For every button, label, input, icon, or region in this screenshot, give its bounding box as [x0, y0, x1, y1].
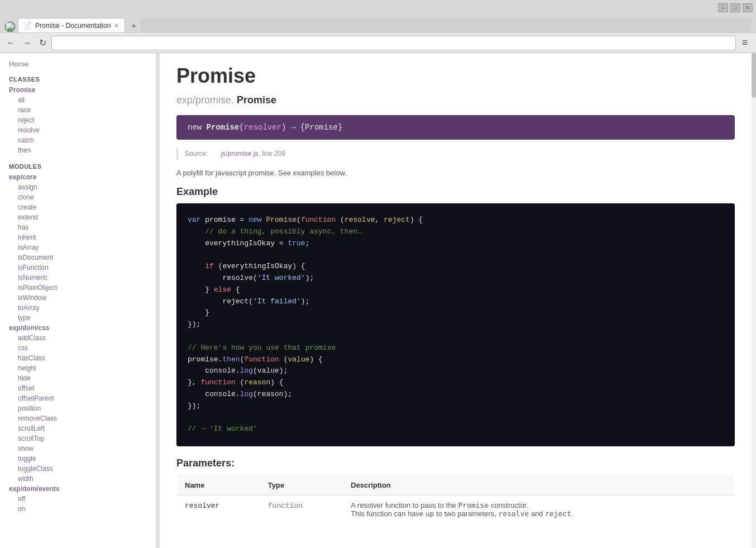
code-block: var promise = new Promise(function (reso…	[176, 203, 735, 446]
main-content: Promise exp/promise. Promise new Promise…	[160, 53, 752, 548]
sidebar-item-assign[interactable]: assign	[0, 182, 156, 192]
sidebar-item-then[interactable]: then	[0, 145, 156, 155]
sidebar-expcore-link[interactable]: exp/core	[0, 172, 156, 182]
sidebar-item-toggle[interactable]: toggle	[0, 454, 156, 464]
sidebar-item-catch[interactable]: catch	[0, 135, 156, 145]
col-type-header: Type	[260, 475, 343, 495]
sidebar-item-css[interactable]: css	[0, 343, 156, 353]
param-desc-code1: Promise	[458, 501, 489, 509]
params-table-body: resolver function A resolver function to…	[177, 495, 735, 524]
sidebar-item-race[interactable]: race	[0, 105, 156, 115]
refresh-button[interactable]: ↻	[36, 36, 49, 50]
window-controls: ─ □ ✕	[718, 3, 753, 12]
sidebar-item-create[interactable]: create	[0, 202, 156, 212]
sig-open-paren: (	[239, 123, 243, 132]
code-line-19: // → 'It worked'	[188, 423, 724, 435]
main-container: Home CLASSES Promise all race reject res…	[0, 53, 756, 548]
sidebar-item-isarray[interactable]: isArray	[0, 242, 156, 252]
sidebar-item-isdocument[interactable]: isDocument	[0, 252, 156, 263]
forward-button[interactable]: →	[20, 36, 34, 50]
close-button[interactable]: ✕	[743, 3, 753, 12]
sidebar-item-resolve[interactable]: resolve	[0, 125, 156, 135]
sig-close-paren: )	[281, 123, 286, 132]
minimize-button[interactable]: ─	[718, 3, 728, 12]
tab-label: Promise - Documentation	[35, 22, 111, 30]
sidebar-item-position[interactable]: position	[0, 403, 156, 413]
tab-area	[141, 18, 752, 32]
table-row: resolver function A resolver function to…	[177, 495, 735, 524]
sidebar-item-show[interactable]: show	[0, 444, 156, 454]
col-desc-header: Description	[343, 475, 734, 495]
signature-box: new Promise(resolver) → {Promise}	[176, 115, 735, 140]
sidebar-item-height[interactable]: height	[0, 363, 156, 373]
sidebar-item-isplainobject[interactable]: isPlainObject	[0, 283, 156, 293]
code-line-8: reject('It failed');	[188, 296, 724, 308]
subtitle-name: Promise	[237, 94, 276, 106]
address-input[interactable]	[51, 36, 736, 50]
sidebar-item-scrollleft[interactable]: scrollLeft	[0, 423, 156, 433]
sidebar-item-isfunction[interactable]: isFunction	[0, 263, 156, 273]
browser-avatar	[4, 21, 16, 32]
sidebar-item-inherit[interactable]: inherit	[0, 232, 156, 242]
new-tab-button[interactable]: +	[127, 20, 141, 32]
sig-param: resolver	[244, 123, 281, 132]
sidebar-item-off[interactable]: off	[0, 494, 156, 504]
code-line-1: var promise = new Promise(function (reso…	[188, 215, 724, 226]
param-desc-line2: This function can have up to two paramet…	[351, 509, 726, 518]
sidebar-item-width[interactable]: width	[0, 474, 156, 484]
content-scrollbar[interactable]	[752, 53, 756, 548]
params-heading: Parameters:	[176, 458, 735, 469]
source-separator: ,	[258, 150, 260, 158]
sidebar-item-removeclass[interactable]: removeClass	[0, 413, 156, 423]
sidebar-item-iswindow[interactable]: isWindow	[0, 293, 156, 303]
sidebar-item-toggleclass[interactable]: toggleClass	[0, 464, 156, 474]
sidebar-item-offset[interactable]: offset	[0, 383, 156, 393]
sidebar-expdomevents-link[interactable]: exp/dom/events	[0, 484, 156, 494]
maximize-button[interactable]: □	[730, 3, 740, 12]
sig-new-keyword: new	[188, 123, 207, 132]
sidebar-item-scrolltop[interactable]: scrollTop	[0, 433, 156, 444]
sidebar-home-link[interactable]: Home	[0, 59, 156, 69]
subtitle-prefix: exp/promise.	[176, 94, 234, 106]
browser-chrome: ─ □ ✕ 📄 Promise - Documentation × + ← → …	[0, 0, 756, 53]
subtitle: exp/promise. Promise	[176, 94, 735, 106]
sidebar: Home CLASSES Promise all race reject res…	[0, 53, 156, 548]
code-line-9: }	[188, 307, 724, 319]
sidebar-item-hide[interactable]: hide	[0, 373, 156, 383]
sidebar-item-type[interactable]: type	[0, 313, 156, 323]
sidebar-item-clone[interactable]: clone	[0, 192, 156, 202]
sidebar-item-hasclass[interactable]: hasClass	[0, 353, 156, 363]
params-header-row: Name Type Description	[177, 475, 735, 495]
sidebar-item-toarray[interactable]: toArray	[0, 303, 156, 313]
browser-menu-button[interactable]: ≡	[738, 36, 752, 50]
active-tab[interactable]: 📄 Promise - Documentation ×	[18, 18, 125, 32]
param-desc-code2: up	[425, 509, 434, 518]
tab-close-button[interactable]: ×	[114, 21, 118, 30]
sidebar-item-extend[interactable]: extend	[0, 212, 156, 222]
sidebar-item-has[interactable]: has	[0, 222, 156, 232]
param-name-cell: resolver	[177, 495, 260, 524]
sidebar-item-addclass[interactable]: addClass	[0, 333, 156, 343]
sidebar-item-reject[interactable]: reject	[0, 115, 156, 125]
sidebar-promise-link[interactable]: Promise	[0, 85, 156, 95]
title-bar: ─ □ ✕	[0, 0, 756, 16]
sidebar-expdomcss-link[interactable]: exp/dom/css	[0, 323, 156, 333]
param-desc-code3: resolve	[499, 509, 529, 518]
sidebar-modules-section: MODULES exp/core assign clone create ext…	[0, 159, 156, 514]
sidebar-item-isnumeric[interactable]: isNumeric	[0, 273, 156, 283]
source-line: Source: js/promise.js, line 209	[176, 147, 735, 160]
sidebar-item-all[interactable]: all	[0, 95, 156, 105]
back-button[interactable]: ←	[4, 36, 18, 50]
source-file-link[interactable]: js/promise.js	[221, 150, 259, 158]
param-name: resolver	[185, 502, 219, 510]
sidebar-item-on[interactable]: on	[0, 504, 156, 514]
code-line-3: everythingIsOkay = true;	[188, 238, 724, 250]
content-scroll-thumb[interactable]	[752, 53, 756, 98]
code-line-7: } else {	[188, 284, 724, 296]
sidebar-classes-label: CLASSES	[0, 72, 156, 85]
code-line-12: // Here's how you use that promise	[188, 342, 724, 354]
nav-bar: ← → ↻ ≡	[0, 32, 756, 53]
col-name-header: Name	[177, 475, 260, 495]
code-line-5: if (everythingIsOkay) {	[188, 261, 724, 273]
sidebar-item-offsetparent[interactable]: offsetParent	[0, 393, 156, 403]
